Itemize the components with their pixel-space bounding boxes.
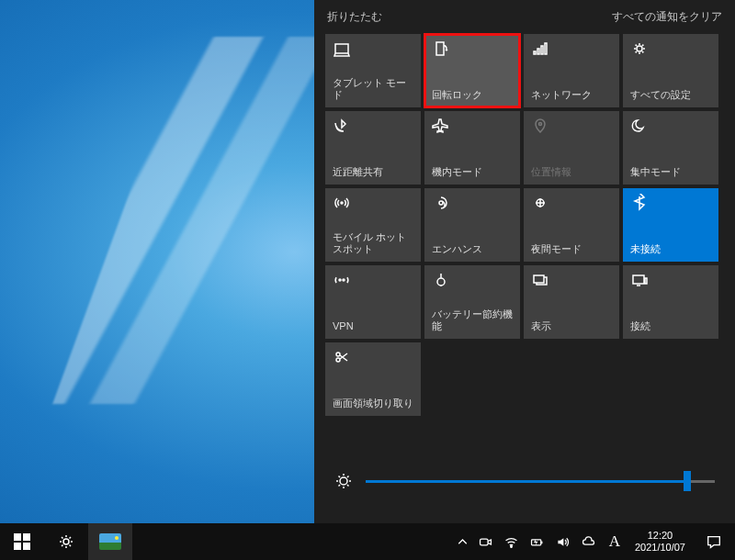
network-icon [531,39,549,58]
svg-rect-2 [481,539,489,545]
airplane-mode-icon [432,117,450,135]
connect-icon [630,271,649,289]
tile-label: 近距離共有 [333,166,413,179]
windows-logo-icon [14,533,30,550]
quick-action-network[interactable]: ネットワーク [524,34,619,107]
quick-action-bluetooth[interactable]: 未接続 [623,188,718,262]
cloud-sync-icon [581,534,596,550]
tile-label: モバイル ホットスポット [333,231,413,257]
night-light-icon [531,194,549,212]
clock-time: 12:20 [635,530,685,542]
tray-onedrive[interactable] [576,523,602,560]
tablet-mode-icon [333,39,351,58]
taskbar: A 12:20 2021/10/07 [0,523,735,560]
tray-battery[interactable] [525,523,550,560]
quick-action-vpn[interactable]: VPN [325,265,421,339]
tile-label: エンハンス [432,243,513,256]
camera-icon [478,534,493,550]
rotation-lock-icon [432,39,450,58]
svg-point-3 [511,545,513,547]
battery-icon [529,534,545,550]
tile-label: 画面領域切り取り [333,398,413,410]
brightness-slider[interactable] [366,480,715,483]
taskbar-clock[interactable]: 12:20 2021/10/07 [628,530,693,554]
quick-action-battery-saver[interactable]: バッテリー節約機能 [424,265,520,339]
settings-taskbar-button[interactable] [44,523,88,560]
chevron-up-icon [455,534,470,550]
quick-action-location[interactable]: 位置情報 [524,111,619,185]
quick-action-enhance[interactable]: エンハンス [424,188,520,262]
speaker-icon [555,534,571,550]
battery-saver-icon [432,271,450,289]
tile-label: ネットワーク [531,89,612,102]
svg-point-1 [63,539,69,544]
tray-overflow-button[interactable] [453,523,473,560]
quick-action-mobile-hotspot[interactable]: モバイル ホットスポット [325,188,421,262]
focus-assist-icon [630,117,649,135]
screen-snip-icon [333,348,351,366]
brightness-slider-row [322,472,728,516]
all-settings-icon [630,39,649,58]
quick-action-airplane-mode[interactable]: 機内モード [424,111,520,185]
tile-label: 集中モード [630,166,711,179]
clock-date: 2021/10/07 [635,542,685,554]
project-icon [531,271,549,289]
clear-all-link[interactable]: すべての通知をクリア [612,9,722,25]
quick-action-all-settings[interactable]: すべての設定 [623,34,718,107]
quick-action-focus-assist[interactable]: 集中モード [623,111,718,185]
location-icon [531,117,549,135]
quick-action-tablet-mode[interactable]: タブレット モード [325,34,421,107]
tray-ime[interactable]: A [602,523,628,560]
notification-icon [706,533,722,550]
quick-action-project[interactable]: 表示 [524,265,619,339]
tile-label: 機内モード [432,166,513,179]
bluetooth-icon [630,194,649,212]
tile-label: 接続 [630,320,711,333]
quick-action-night-light[interactable]: 夜間モード [524,188,619,262]
collapse-link[interactable]: 折りたたむ [327,9,382,25]
quick-action-screen-snip[interactable]: 画面領域切り取り [325,342,421,416]
tile-label: 回転ロック [432,89,513,102]
photos-taskbar-button[interactable] [88,523,132,560]
start-button[interactable] [0,523,44,560]
tile-label: タブレット モード [333,77,413,103]
mobile-hotspot-icon [333,194,351,212]
action-center-panel: 折りたたむ すべての通知をクリア タブレット モード回転ロックネットワークすべて… [314,0,735,523]
tray-volume[interactable] [550,523,576,560]
action-center-button[interactable] [693,523,735,560]
tile-label: 夜間モード [531,243,612,256]
gear-icon [57,532,75,551]
photos-icon [99,533,121,550]
enhance-icon [432,194,450,212]
quick-action-rotation-lock[interactable]: 回転ロック [424,34,520,107]
wifi-icon [503,534,519,550]
brightness-icon [334,472,353,490]
tile-label: 位置情報 [531,166,612,179]
tray-wifi[interactable] [499,523,525,560]
tile-label: VPN [333,320,413,333]
tray-meet-now[interactable] [473,523,499,560]
vpn-icon [333,271,351,289]
nearby-sharing-icon [333,117,351,135]
tile-label: すべての設定 [630,89,711,102]
tile-label: 表示 [531,320,612,333]
svg-point-0 [340,477,347,485]
quick-action-connect[interactable]: 接続 [623,265,718,339]
tile-label: バッテリー節約機能 [432,308,513,334]
quick-action-nearby-sharing[interactable]: 近距離共有 [325,111,421,185]
tile-label: 未接続 [630,243,711,256]
